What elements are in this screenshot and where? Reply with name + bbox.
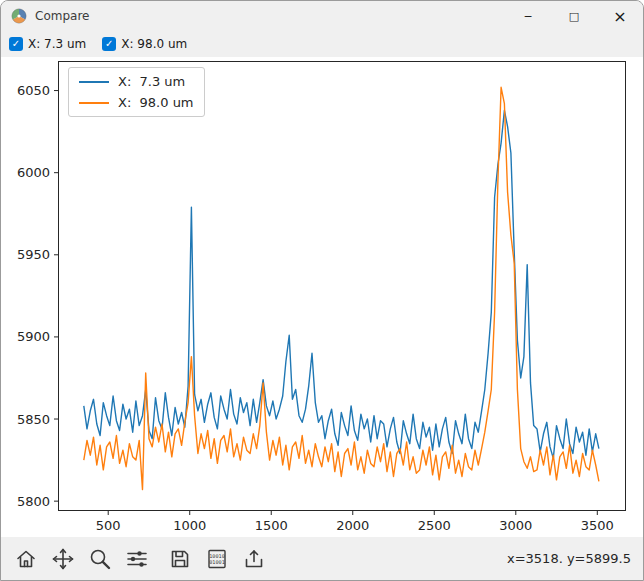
legend-entry: X: 98.0 um [79,95,194,110]
save-figure-button[interactable] [165,544,195,574]
y-tick-label: 5950 [17,247,50,262]
minimize-button[interactable]: ─ [505,1,551,31]
legend-label: X: 98.0 um [118,95,194,110]
app-window: Compare ─ □ × ✓ X: 7.3 um ✓ X: 98.0 um 5… [0,0,644,581]
checkbox-label: X: 7.3 um [28,37,86,51]
checkbox-checked-icon: ✓ [9,37,23,51]
x-tick-label: 2000 [336,518,369,533]
legend-entry: X: 7.3 um [79,74,194,89]
window-title: Compare [35,9,89,23]
checkbox-x-98-0-um[interactable]: ✓ X: 98.0 um [102,37,187,51]
legend-line-swatch-orange [79,102,109,104]
home-button[interactable] [11,544,41,574]
save-icon [168,547,192,571]
x-tick-label: 2500 [418,518,451,533]
maximize-button[interactable]: □ [551,1,597,31]
plot-canvas[interactable]: 5001000150020002500300035005800585059005… [1,57,643,537]
pan-button[interactable] [48,544,78,574]
save-data-icon: 10010 01001 [205,547,229,571]
y-tick-label: 5800 [17,494,50,509]
window-controls: ─ □ × [505,1,643,31]
toolbar: 10010 01001 x=3518. y=5899.5 [1,537,643,580]
svg-text:01001: 01001 [209,559,225,565]
checkbox-checked-icon: ✓ [102,37,116,51]
series-line [84,110,599,458]
configure-subplots-button[interactable] [122,544,152,574]
x-tick-label: 3500 [581,518,614,533]
home-icon [14,547,38,571]
export-icon [242,547,266,571]
x-tick-label: 500 [96,518,121,533]
close-button[interactable]: × [597,1,643,31]
y-tick-label: 5900 [17,329,50,344]
checkbox-label: X: 98.0 um [121,37,187,51]
zoom-icon [88,547,112,571]
x-tick-label: 1000 [173,518,206,533]
matplotlib-logo-icon [11,8,27,24]
zoom-button[interactable] [85,544,115,574]
svg-text:10010: 10010 [209,552,225,558]
legend: X: 7.3 um X: 98.0 um [68,67,205,117]
pan-icon [51,547,75,571]
y-tick-label: 5850 [17,412,50,427]
series-line [84,87,599,489]
x-tick-label: 3000 [499,518,532,533]
plot-svg: 5001000150020002500300035005800585059005… [1,57,643,537]
legend-label: X: 7.3 um [118,74,185,89]
y-tick-label: 6000 [17,165,50,180]
y-tick-label: 6050 [17,83,50,98]
legend-line-swatch-blue [79,81,109,83]
title-bar[interactable]: Compare ─ □ × [1,1,643,31]
export-button[interactable] [239,544,269,574]
x-tick-label: 1500 [255,518,288,533]
subplots-icon [125,547,149,571]
save-data-button[interactable]: 10010 01001 [202,544,232,574]
cursor-coordinates: x=3518. y=5899.5 [507,551,631,566]
checkbox-x-7-3-um[interactable]: ✓ X: 7.3 um [9,37,86,51]
series-toggle-row: ✓ X: 7.3 um ✓ X: 98.0 um [1,31,643,57]
